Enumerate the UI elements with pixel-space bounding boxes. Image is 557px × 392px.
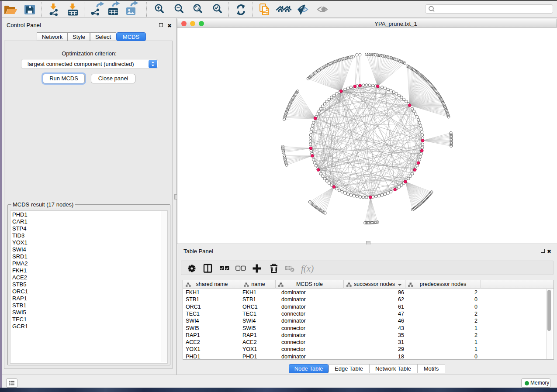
svg-text:f(x): f(x) <box>301 263 314 274</box>
